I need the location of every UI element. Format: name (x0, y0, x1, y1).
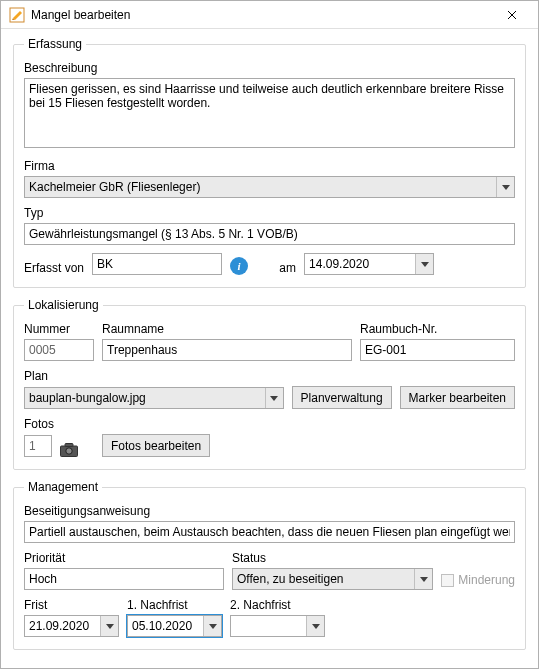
management-group: Management Beseitigungsanweisung Priorit… (13, 480, 526, 650)
close-button[interactable] (492, 2, 532, 28)
chevron-down-icon (100, 616, 118, 636)
app-icon (9, 7, 25, 23)
am-label: am (256, 261, 296, 275)
lokalisierung-legend: Lokalisierung (24, 298, 103, 312)
close-icon (507, 10, 517, 20)
titlebar: Mangel bearbeiten (1, 1, 538, 29)
nummer-label: Nummer (24, 322, 94, 336)
erfasst-von-input[interactable] (92, 253, 222, 275)
info-icon[interactable]: i (230, 257, 248, 275)
beschreibung-textarea[interactable]: Fliesen gerissen, es sind Haarrisse und … (24, 78, 515, 148)
fotos-count (24, 435, 52, 457)
prio-label: Priorität (24, 551, 224, 565)
marker-bearbeiten-button[interactable]: Marker bearbeiten (400, 386, 515, 409)
lokalisierung-group: Lokalisierung Nummer Raumname Raumbuch-N… (13, 298, 526, 470)
erfassung-group: Erfassung Beschreibung Fliesen gerissen,… (13, 37, 526, 288)
fotos-bearbeiten-button[interactable]: Fotos bearbeiten (102, 434, 210, 457)
camera-icon (60, 443, 78, 457)
firma-combo[interactable]: Kachelmeier GbR (Fliesenleger) (24, 176, 515, 198)
prio-input[interactable] (24, 568, 224, 590)
firma-value: Kachelmeier GbR (Fliesenleger) (29, 180, 200, 194)
chevron-down-icon (203, 616, 221, 636)
erfasst-von-label: Erfasst von (24, 261, 84, 275)
erfassung-legend: Erfassung (24, 37, 86, 51)
am-value: 14.09.2020 (309, 257, 369, 271)
typ-label: Typ (24, 206, 515, 220)
plan-combo[interactable]: bauplan-bungalow.jpg (24, 387, 284, 409)
raumbuch-input[interactable] (360, 339, 515, 361)
anweisung-label: Beseitigungsanweisung (24, 504, 515, 518)
window-title: Mangel bearbeiten (31, 8, 492, 22)
raumbuch-label: Raumbuch-Nr. (360, 322, 515, 336)
chevron-down-icon (306, 616, 324, 636)
raumname-input[interactable] (102, 339, 352, 361)
minderung-checkbox: Minderung (441, 573, 515, 587)
nachfrist2-date[interactable] (230, 615, 325, 637)
typ-input[interactable] (24, 223, 515, 245)
plan-value: bauplan-bungalow.jpg (29, 391, 146, 405)
anweisung-input[interactable] (24, 521, 515, 543)
am-date[interactable]: 14.09.2020 (304, 253, 434, 275)
raumname-label: Raumname (102, 322, 352, 336)
chevron-down-icon (414, 569, 432, 589)
beschreibung-label: Beschreibung (24, 61, 515, 75)
footer: OK Abbrechen (1, 664, 538, 669)
chevron-down-icon (265, 388, 283, 408)
firma-label: Firma (24, 159, 515, 173)
nachfrist1-label: 1. Nachfrist (127, 598, 222, 612)
nachfrist1-value: 05.10.2020 (132, 619, 192, 633)
nachfrist2-label: 2. Nachfrist (230, 598, 325, 612)
minderung-label: Minderung (458, 573, 515, 587)
chevron-down-icon (496, 177, 514, 197)
status-combo[interactable]: Offen, zu beseitigen (232, 568, 433, 590)
frist-value: 21.09.2020 (29, 619, 89, 633)
frist-label: Frist (24, 598, 119, 612)
frist-date[interactable]: 21.09.2020 (24, 615, 119, 637)
status-label: Status (232, 551, 433, 565)
chevron-down-icon (415, 254, 433, 274)
planverwaltung-button[interactable]: Planverwaltung (292, 386, 392, 409)
svg-point-3 (66, 448, 72, 454)
status-value: Offen, zu beseitigen (237, 572, 344, 586)
management-legend: Management (24, 480, 102, 494)
fotos-label: Fotos (24, 417, 515, 431)
nummer-input (24, 339, 94, 361)
plan-label: Plan (24, 369, 515, 383)
nachfrist1-date[interactable]: 05.10.2020 (127, 615, 222, 637)
checkbox-box (441, 574, 454, 587)
svg-rect-2 (65, 444, 73, 447)
